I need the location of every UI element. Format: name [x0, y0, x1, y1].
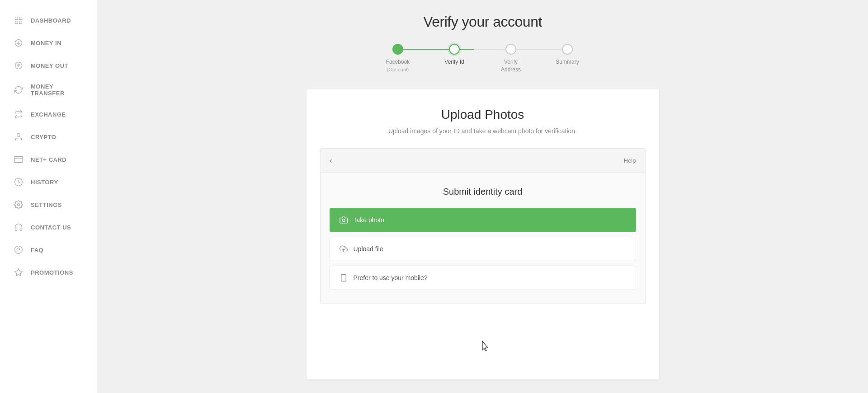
page-title: Verify your account: [423, 14, 542, 30]
cursor-indicator: [481, 340, 491, 355]
cloud-icon: [339, 244, 348, 253]
sidebar-item-exchange[interactable]: EXCHANGE: [0, 103, 97, 126]
sidebar: DASHBOARD MONEY IN MONEY OUT MONEY TRANS…: [0, 0, 97, 393]
card-lower-area: [320, 304, 646, 367]
step-label-summary: Summary: [556, 58, 579, 66]
step-verify-id: Verify Id: [426, 44, 483, 66]
step-label-verify-address: VerifyAddress: [501, 58, 521, 74]
sidebar-label-faq: FAQ: [31, 247, 43, 253]
help-circle-icon: [14, 245, 24, 255]
step-facebook: Facebook(Optional): [370, 44, 426, 74]
back-button[interactable]: ‹: [330, 155, 336, 166]
step-label-facebook: Facebook(Optional): [386, 58, 410, 74]
svg-rect-1: [19, 17, 22, 20]
sidebar-item-promotions[interactable]: PROMOTIONS: [0, 261, 97, 284]
sidebar-label-dashboard: DASHBOARD: [31, 17, 71, 24]
sidebar-item-money-transfer[interactable]: MONEY TRANSFER: [0, 77, 97, 103]
card-subtitle: Upload images of your ID and take a webc…: [320, 127, 646, 135]
refresh-icon: [14, 85, 24, 95]
step-dot-verify-id: [449, 44, 460, 55]
inner-panel-body: Submit identity card Take photo: [321, 173, 645, 304]
main-card: Upload Photos Upload images of your ID a…: [307, 89, 659, 379]
sidebar-item-dashboard[interactable]: DASHBOARD: [0, 9, 97, 32]
sidebar-item-money-in[interactable]: MONEY IN: [0, 32, 97, 54]
sidebar-item-net-card[interactable]: NET+ CARD: [0, 148, 97, 171]
grid-icon: [14, 15, 24, 25]
sidebar-item-crypto[interactable]: CRYPTO: [0, 126, 97, 148]
card-title: Upload Photos: [320, 108, 646, 122]
step-dot-facebook: [392, 44, 403, 55]
arrow-down-circle-icon: [14, 38, 24, 48]
sidebar-label-promotions: PROMOTIONS: [31, 269, 73, 276]
identity-card-title: Submit identity card: [330, 187, 636, 197]
sidebar-item-history[interactable]: HISTORY: [0, 171, 97, 193]
step-dot-verify-address: [505, 44, 516, 55]
sidebar-label-crypto: CRYPTO: [31, 134, 56, 140]
inner-panel-header: ‹ Help: [321, 149, 645, 173]
svg-marker-15: [15, 269, 23, 276]
step-label-verify-id: Verify Id: [444, 58, 464, 66]
credit-card-icon: [14, 154, 24, 164]
sidebar-label-settings: SETTINGS: [31, 201, 62, 208]
sidebar-label-money-transfer: MONEY TRANSFER: [31, 83, 83, 97]
crypto-icon: [14, 132, 24, 142]
repeat-icon: [14, 109, 24, 119]
sidebar-item-money-out[interactable]: MONEY OUT: [0, 54, 97, 77]
svg-rect-3: [19, 21, 22, 24]
sidebar-item-contact-us[interactable]: CONTACT US: [0, 216, 97, 239]
arrow-up-circle-icon: [14, 61, 24, 70]
svg-rect-9: [14, 156, 23, 162]
inner-panel: ‹ Help Submit identity card Take photo: [320, 148, 646, 304]
upload-file-label: Upload file: [354, 245, 383, 253]
upload-file-button[interactable]: Upload file: [330, 237, 636, 261]
step-dot-summary: [562, 44, 573, 55]
sidebar-label-contact-us: CONTACT US: [31, 224, 71, 231]
take-photo-label: Take photo: [354, 216, 385, 224]
smartphone-icon: [339, 273, 348, 282]
use-mobile-label: Prefer to use your mobile?: [354, 274, 428, 281]
take-photo-button[interactable]: Take photo: [330, 208, 636, 232]
svg-point-8: [17, 134, 20, 137]
svg-point-13: [15, 246, 23, 254]
star-icon: [14, 267, 24, 277]
camera-icon: [339, 215, 348, 225]
step-verify-address: VerifyAddress: [483, 44, 539, 74]
sidebar-item-faq[interactable]: FAQ: [0, 239, 97, 261]
svg-point-12: [18, 204, 20, 206]
svg-rect-18: [341, 274, 346, 281]
sidebar-label-net-card: NET+ CARD: [31, 156, 66, 163]
sidebar-label-exchange: EXCHANGE: [31, 111, 66, 118]
use-mobile-button[interactable]: Prefer to use your mobile?: [330, 266, 636, 290]
settings-icon: [14, 200, 24, 210]
step-summary: Summary: [539, 44, 596, 66]
sidebar-label-money-in: MONEY IN: [31, 40, 61, 47]
progress-steps: Facebook(Optional) Verify Id VerifyAddre…: [370, 44, 596, 74]
clock-icon: [14, 177, 24, 187]
sidebar-label-history: HISTORY: [31, 179, 58, 186]
headphones-icon: [14, 222, 24, 232]
svg-point-16: [342, 219, 345, 221]
svg-rect-2: [15, 21, 18, 24]
svg-rect-0: [15, 17, 18, 20]
sidebar-label-money-out: MONEY OUT: [31, 62, 68, 69]
help-button[interactable]: Help: [624, 157, 636, 164]
main-content: Verify your account Facebook(Optional) V…: [97, 0, 868, 393]
sidebar-item-settings[interactable]: SETTINGS: [0, 193, 97, 216]
